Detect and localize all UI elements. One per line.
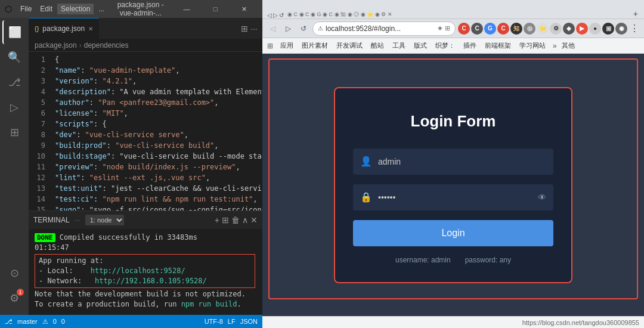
- activity-account[interactable]: ⊙: [2, 261, 26, 285]
- ext-angle-left[interactable]: ◁: [267, 12, 272, 18]
- minimize-btn[interactable]: —: [173, 0, 200, 18]
- code-area[interactable]: { "name": "vue-admin-template", "version…: [50, 52, 262, 211]
- forward-btn[interactable]: ▷: [281, 22, 295, 35]
- terminal-note: Note that the development build is not o…: [35, 289, 256, 299]
- bookmark-app[interactable]: 应用: [277, 40, 297, 51]
- apps-icon[interactable]: ⊞: [267, 42, 273, 50]
- terminal-trash-btn[interactable]: 🗑: [231, 215, 240, 225]
- username-field: 👤: [353, 148, 553, 175]
- maximize-btn[interactable]: □: [202, 0, 229, 18]
- menu-more[interactable]: ...: [95, 4, 108, 14]
- ext-c3[interactable]: C: [497, 23, 509, 35]
- terminal-split-btn[interactable]: ⊞: [222, 215, 229, 225]
- ext-play[interactable]: ▶: [576, 23, 588, 35]
- bookmark-frontend[interactable]: 前端框架: [481, 40, 515, 51]
- app-icon: ⬡: [5, 4, 12, 14]
- split-editor-btn[interactable]: ⊞: [241, 24, 248, 33]
- network-url[interactable]: http://192.168.0.105:9528/: [95, 277, 207, 285]
- breadcrumb-part2[interactable]: dependencies: [84, 41, 129, 49]
- language[interactable]: JSON: [240, 318, 258, 325]
- username-input[interactable]: [378, 157, 546, 166]
- address-lock-icon: ⚠: [318, 25, 323, 32]
- ext-diamond[interactable]: ◈: [563, 23, 575, 35]
- terminal-close-btn[interactable]: ✕: [250, 215, 258, 225]
- terminal-content: DONE Compiled successfully in 33483ms 01…: [29, 229, 262, 315]
- bookmarks-more-btn[interactable]: »: [553, 42, 557, 50]
- ext-c2[interactable]: C: [471, 23, 483, 35]
- line-numbers: 1234567891011121314151617: [29, 52, 50, 211]
- ext-circle2[interactable]: ◉: [615, 23, 627, 35]
- address-url: localhost:9528/#/login...: [326, 24, 435, 33]
- extensions-menu[interactable]: ⋮: [628, 23, 640, 34]
- reload-btn[interactable]: ↺: [297, 22, 310, 35]
- terminal-panel: TERMINAL ··· 1: node + ⊞ 🗑 ∧ ✕: [29, 211, 262, 315]
- tab-actions: ⊞ ···: [241, 18, 262, 39]
- bookmark-zidream[interactable]: 织梦：: [432, 40, 459, 51]
- tab-package-json[interactable]: {} package.json ✕: [29, 18, 99, 39]
- npm-run-build-link[interactable]: npm run build: [181, 300, 237, 308]
- ext-grid[interactable]: ▣: [602, 23, 614, 35]
- password-input[interactable]: [378, 193, 532, 202]
- breadcrumb-sep: ›: [79, 41, 82, 49]
- done-badge: DONE: [35, 233, 55, 242]
- ext-circle[interactable]: ◎: [524, 23, 535, 35]
- ext-angle-right[interactable]: ▷: [273, 12, 278, 18]
- activity-extensions[interactable]: ⊞: [2, 120, 26, 144]
- ext-star[interactable]: ⭐: [537, 23, 549, 35]
- bookmark-learning[interactable]: 学习网站: [516, 40, 549, 51]
- ext-refresh[interactable]: ↺: [279, 12, 284, 18]
- menu-edit[interactable]: Edit: [36, 4, 56, 14]
- bookmark-other[interactable]: 其他: [558, 40, 578, 51]
- code-editor[interactable]: 1234567891011121314151617 { "name": "vue…: [29, 52, 262, 211]
- more-actions-btn[interactable]: ···: [250, 24, 258, 33]
- ext-gear[interactable]: ⚙: [550, 23, 562, 35]
- network-label: - Network:: [39, 277, 82, 285]
- terminal-chevron-up[interactable]: ∧: [242, 215, 248, 225]
- bookmark-layout[interactable]: 版式: [410, 40, 431, 51]
- breadcrumb-part1[interactable]: package.json: [35, 41, 77, 49]
- menu-selection[interactable]: Selection: [57, 4, 94, 14]
- address-bar[interactable]: ⚠ localhost:9528/#/login... ★ ⊞: [312, 21, 456, 36]
- errors-icon: ⚠: [42, 318, 48, 326]
- login-button[interactable]: Login: [353, 220, 553, 246]
- bookmark-star-icon[interactable]: ★: [437, 24, 443, 32]
- tab-close-btn[interactable]: ✕: [88, 26, 93, 32]
- ext-dot[interactable]: ●: [589, 23, 601, 35]
- bookmark-tools[interactable]: 工具: [389, 40, 409, 51]
- browser-tabs-container: ◉ C ◉ C ◉ G ◉ C ◉ 知 ◉ ◎ ◉ ⭐ ◉ ⚙ ✕: [287, 11, 628, 18]
- lock-icon: 🔒: [360, 191, 372, 203]
- branch-name[interactable]: master: [17, 318, 38, 325]
- bookmark-cool[interactable]: 酷站: [367, 40, 388, 51]
- activity-source-control[interactable]: ⎇: [2, 70, 26, 94]
- activity-run[interactable]: ▷: [2, 95, 26, 119]
- password-field: 🔒 👁: [353, 184, 553, 211]
- close-btn[interactable]: ✕: [230, 0, 258, 18]
- tab-file-icon: {}: [35, 25, 39, 32]
- ext-g[interactable]: G: [484, 23, 496, 35]
- bookmark-dev[interactable]: 开发调试: [333, 40, 366, 51]
- back-btn[interactable]: ◁: [266, 22, 279, 35]
- line-ending[interactable]: LF: [228, 318, 236, 325]
- activity-explorer[interactable]: ⬜: [2, 20, 26, 44]
- footer-url: https://blog.csdn.net/tangdou360009855: [522, 319, 639, 326]
- window-title: package.json - vue-admin-...: [113, 1, 168, 17]
- terminal-node-select[interactable]: 1: node: [85, 215, 124, 225]
- address-more-icon[interactable]: ⊞: [445, 24, 450, 32]
- password-toggle-icon[interactable]: 👁: [538, 193, 546, 202]
- local-url[interactable]: http://localhost:9528/: [91, 267, 185, 275]
- user-icon: 👤: [360, 156, 372, 167]
- menu-file[interactable]: File: [17, 4, 35, 14]
- ext-zhi[interactable]: 知: [510, 23, 522, 35]
- activity-search[interactable]: 🔍: [2, 45, 26, 69]
- bookmark-images[interactable]: 图片素材: [298, 40, 332, 51]
- warning-count: 0: [61, 318, 65, 325]
- bookmark-plugin[interactable]: 插件: [460, 40, 480, 51]
- status-bar: ⎇ master ⚠ 0 0 UTF-8 LF JSON: [0, 315, 262, 328]
- terminal-actions: + ⊞ 🗑 ∧ ✕: [215, 215, 258, 225]
- terminal-add-btn[interactable]: +: [215, 215, 219, 225]
- new-tab-btn[interactable]: +: [630, 9, 642, 18]
- terminal-tab-label[interactable]: TERMINAL: [33, 216, 70, 224]
- encoding[interactable]: UTF-8: [205, 318, 223, 325]
- ext-c1[interactable]: C: [458, 23, 470, 35]
- notification-badge: 1: [17, 289, 24, 296]
